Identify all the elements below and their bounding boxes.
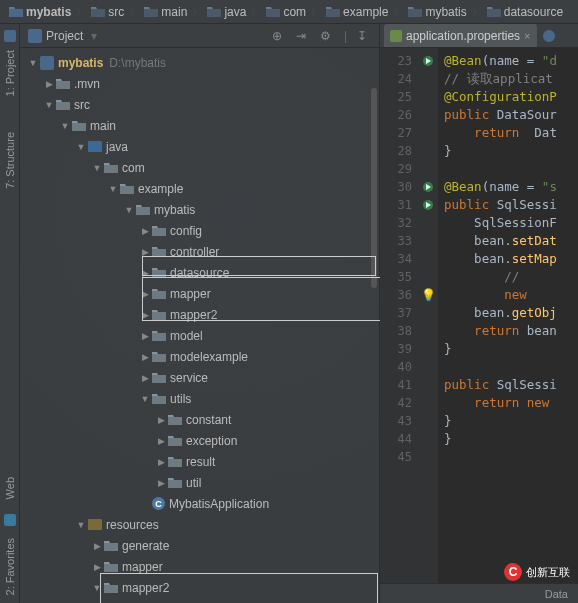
line-number[interactable]: 35	[380, 268, 412, 286]
breadcrumb-item[interactable]: src	[88, 5, 127, 19]
chevron-right-icon[interactable]: ▶	[156, 457, 166, 467]
web-toolwindow-icon[interactable]	[4, 514, 16, 526]
collapse-icon[interactable]: ⇥	[296, 29, 310, 43]
chevron-right-icon[interactable]: ▶	[140, 268, 150, 278]
line-number[interactable]: 40	[380, 358, 412, 376]
chevron-down-icon[interactable]: ▼	[92, 583, 102, 593]
tree-node-java[interactable]: ▼java	[20, 136, 379, 157]
chevron-down-icon[interactable]: ▼	[108, 184, 118, 194]
code-line[interactable]: bean.setDat	[444, 232, 578, 250]
code-area[interactable]: @Bean(name = "d// 读取applicat@Configurati…	[438, 48, 578, 583]
chevron-right-icon[interactable]: ▶	[156, 415, 166, 425]
chevron-down-icon[interactable]: ▼	[60, 121, 70, 131]
tab-overflow[interactable]	[539, 24, 559, 47]
project-tree[interactable]: ▼mybatisD:\mybatis▶.mvn▼src▼main▼java▼co…	[20, 48, 379, 602]
breadcrumb-item[interactable]: main	[141, 5, 190, 19]
line-number[interactable]: 31	[380, 196, 412, 214]
code-line[interactable]: return new	[444, 394, 578, 412]
chevron-right-icon[interactable]: ▶	[140, 352, 150, 362]
breadcrumb-item[interactable]: datasource	[484, 5, 566, 19]
tree-node-mapper2[interactable]: ▼mapper2	[20, 577, 379, 598]
code-line[interactable]	[444, 160, 578, 178]
code-line[interactable]: @Bean(name = "s	[444, 178, 578, 196]
tab-application-properties[interactable]: application.properties ×	[384, 24, 537, 47]
code-line[interactable]: bean.getObj	[444, 304, 578, 322]
code-line[interactable]: public SqlSessi	[444, 376, 578, 394]
chevron-right-icon[interactable]: ▶	[140, 331, 150, 341]
scrollbar[interactable]	[371, 88, 377, 288]
line-number[interactable]: 28	[380, 142, 412, 160]
chevron-down-icon[interactable]: ▼	[140, 394, 150, 404]
line-number[interactable]: 38	[380, 322, 412, 340]
line-gutter[interactable]: 2324252627282930313233343536373839404142…	[380, 48, 418, 583]
chevron-down-icon[interactable]: ▼	[92, 163, 102, 173]
line-number[interactable]: 33	[380, 232, 412, 250]
line-number[interactable]: 41	[380, 376, 412, 394]
tree-node-datasource[interactable]: ▶datasource	[20, 262, 379, 283]
chevron-down-icon[interactable]: ▼	[28, 58, 38, 68]
tree-node-service[interactable]: ▶service	[20, 367, 379, 388]
line-number[interactable]: 43	[380, 412, 412, 430]
run-gutter-icon[interactable]	[418, 52, 438, 70]
tree-node-config[interactable]: ▶config	[20, 220, 379, 241]
chevron-right-icon[interactable]: ▶	[92, 541, 102, 551]
chevron-right-icon[interactable]: ▶	[140, 310, 150, 320]
breadcrumb-item[interactable]: com	[263, 5, 309, 19]
target-icon[interactable]: ⊕	[272, 29, 286, 43]
tree-node-controller[interactable]: ▶controller	[20, 241, 379, 262]
code-line[interactable]: @ConfigurationP	[444, 88, 578, 106]
chevron-down-icon[interactable]: ▼	[76, 520, 86, 530]
chevron-right-icon[interactable]: ▶	[156, 436, 166, 446]
line-number[interactable]: 37	[380, 304, 412, 322]
rail-structure[interactable]: 7: Structure	[4, 124, 16, 197]
tree-node-modelexample[interactable]: ▶modelexample	[20, 346, 379, 367]
run-gutter-icon[interactable]	[418, 196, 438, 214]
chevron-right-icon[interactable]: ▶	[140, 226, 150, 236]
tree-node-example[interactable]: ▼example	[20, 178, 379, 199]
tree-node-mapper[interactable]: ▶mapper	[20, 556, 379, 577]
code-line[interactable]: }	[444, 430, 578, 448]
tree-node-src[interactable]: ▼src	[20, 94, 379, 115]
chevron-right-icon[interactable]: ▶	[92, 562, 102, 572]
line-number[interactable]: 36	[380, 286, 412, 304]
line-number[interactable]: 44	[380, 430, 412, 448]
code-line[interactable]: public SqlSessi	[444, 196, 578, 214]
tree-node-resources[interactable]: ▼resources	[20, 514, 379, 535]
chevron-down-icon[interactable]: ▼	[44, 100, 54, 110]
gear-icon[interactable]: ⚙	[320, 29, 334, 43]
breadcrumb-item[interactable]: java	[204, 5, 249, 19]
chevron-right-icon[interactable]: ▶	[44, 79, 54, 89]
chevron-right-icon[interactable]: ▶	[140, 247, 150, 257]
code-line[interactable]: new	[444, 286, 578, 304]
tree-node-mybatisapplication[interactable]: CMybatisApplication	[20, 493, 379, 514]
tree-node-model[interactable]: ▶model	[20, 325, 379, 346]
tree-node-constant[interactable]: ▶constant	[20, 409, 379, 430]
bulb-icon[interactable]: 💡	[418, 286, 438, 304]
project-panel-title[interactable]: Project	[46, 29, 83, 43]
rail-web[interactable]: Web	[4, 469, 16, 507]
code-line[interactable]	[444, 358, 578, 376]
chevron-down-icon[interactable]: ▼	[124, 205, 134, 215]
code-line[interactable]: //	[444, 268, 578, 286]
line-number[interactable]: 32	[380, 214, 412, 232]
code-line[interactable]: }	[444, 412, 578, 430]
tree-node-.mvn[interactable]: ▶.mvn	[20, 73, 379, 94]
run-gutter-icon[interactable]	[418, 178, 438, 196]
line-number[interactable]: 29	[380, 160, 412, 178]
code-line[interactable]: }	[444, 340, 578, 358]
tree-node-mapper2[interactable]: ▶mapper2	[20, 304, 379, 325]
breadcrumb-context[interactable]: Data	[545, 588, 568, 600]
chevron-right-icon[interactable]: ▶	[140, 289, 150, 299]
tree-node-generate[interactable]: ▶generate	[20, 535, 379, 556]
tree-node-com[interactable]: ▼com	[20, 157, 379, 178]
tree-node-result[interactable]: ▶result	[20, 451, 379, 472]
line-number[interactable]: 39	[380, 340, 412, 358]
project-toolwindow-icon[interactable]	[4, 30, 16, 42]
code-line[interactable]: }	[444, 142, 578, 160]
code-line[interactable]: bean.setMap	[444, 250, 578, 268]
tree-node-util[interactable]: ▶util	[20, 472, 379, 493]
breadcrumb-item[interactable]: example	[323, 5, 391, 19]
line-number[interactable]: 23	[380, 52, 412, 70]
dropdown-icon[interactable]: ▾	[91, 29, 97, 43]
line-number[interactable]: 26	[380, 106, 412, 124]
